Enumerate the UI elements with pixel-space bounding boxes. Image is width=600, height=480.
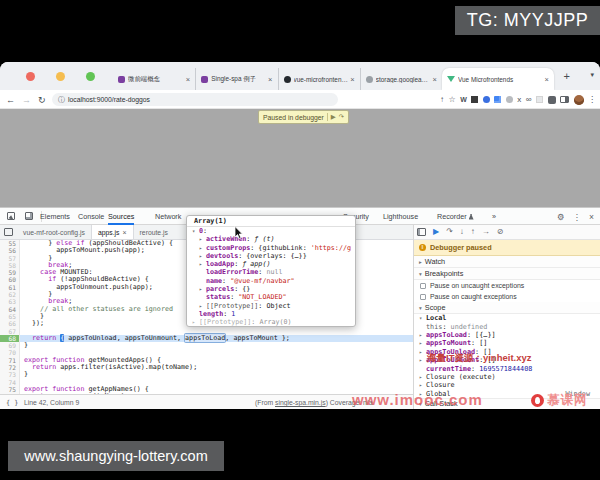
scope-entry[interactable]: ▸appsToLoad: [{…}] — [414, 331, 600, 339]
step-over-icon[interactable]: ↷ — [446, 228, 453, 236]
disclosure-triangle-icon[interactable]: ▾ — [192, 227, 199, 235]
breakpoint-option[interactable]: Pause on uncaught exceptions — [414, 280, 600, 291]
step-out-icon[interactable]: ↑ — [471, 228, 475, 236]
address-bar[interactable]: ⓘ localhost:9000/rate-doggos — [52, 93, 338, 106]
disclosure-triangle-icon[interactable]: ▸ — [199, 252, 206, 260]
line-number[interactable]: 55 — [0, 240, 20, 247]
browser-tab[interactable]: Single-spa 例子× — [195, 68, 277, 90]
scope-closure-row[interactable]: ▸Closure — [414, 381, 600, 389]
code-line[interactable]: 73} — [0, 371, 413, 378]
extension-w-icon[interactable]: W — [460, 96, 467, 103]
line-number[interactable]: 63 — [0, 298, 20, 305]
popup-property-row[interactable]: ▸activeWhen: ƒ (t) — [187, 235, 355, 243]
disclosure-triangle-icon[interactable]: ▸ — [199, 235, 206, 243]
panel-tab-elements[interactable]: Elements — [40, 208, 70, 225]
back-icon[interactable]: ← — [6, 95, 15, 105]
browser-tab-active[interactable]: Vue Microfrontends× — [442, 68, 554, 90]
device-toolbar-icon[interactable] — [25, 212, 33, 220]
new-tab-button[interactable]: + — [564, 70, 570, 82]
tab-close-icon[interactable]: × — [350, 75, 354, 84]
tab-close-icon[interactable]: × — [545, 75, 549, 84]
disclosure-triangle-icon[interactable]: ▸ — [199, 260, 206, 268]
watch-section-header[interactable]: ▸ Watch — [414, 256, 600, 268]
tab-close-icon[interactable]: × — [123, 229, 127, 236]
line-number[interactable]: 56 — [0, 247, 20, 254]
step-into-icon[interactable]: ↓ — [460, 228, 464, 236]
tab-close-icon[interactable]: × — [186, 75, 190, 84]
disclosure-triangle-icon[interactable]: ▸ — [199, 285, 206, 293]
scope-closure-row[interactable]: ▸Closure (execute) — [414, 373, 600, 381]
panel-tab-lighthouse[interactable]: Lighthouse — [383, 208, 418, 225]
popup-property-row[interactable]: status: "NOT_LOADED" — [187, 293, 355, 301]
browser-tab[interactable]: vue-microfrontends - Git…× — [278, 68, 360, 90]
share-icon[interactable]: ↑ — [440, 95, 444, 104]
menu-kebab-icon[interactable]: ⋮ — [588, 95, 596, 104]
extension-translate-icon[interactable] — [494, 96, 501, 103]
popup-property-row[interactable]: ▸[[Prototype]]: Array(0) — [187, 318, 355, 326]
line-number[interactable]: 61 — [0, 284, 20, 291]
side-panel-icon[interactable] — [560, 96, 569, 103]
file-tab-reroute-js[interactable]: reroute.js — [134, 225, 174, 239]
breakpoint-option[interactable]: Pause on caught exceptions — [414, 291, 600, 302]
extension-qr-icon[interactable] — [471, 96, 478, 103]
disclosure-triangle-icon[interactable]: ▸ — [419, 349, 426, 355]
checkbox[interactable] — [420, 294, 426, 300]
extensions-puzzle-icon[interactable] — [548, 96, 556, 104]
extension-blue-dot-icon[interactable] — [483, 96, 490, 103]
popup-property-row[interactable]: ▸customProps: {githubLink: 'https://g — [187, 244, 355, 252]
step-icon[interactable]: → — [482, 228, 490, 236]
line-number[interactable]: 60 — [0, 276, 20, 283]
reload-icon[interactable]: ↻ — [38, 95, 46, 105]
code-line[interactable]: 69} — [0, 342, 413, 349]
disclosure-triangle-icon[interactable]: ▸ — [199, 244, 206, 252]
disclosure-triangle-icon[interactable]: ▸ — [419, 357, 426, 363]
site-info-icon[interactable]: ⓘ — [58, 95, 65, 105]
line-number[interactable]: 71 — [0, 357, 20, 364]
checkbox[interactable] — [420, 283, 426, 289]
format-code-button[interactable]: { } — [6, 399, 18, 407]
code-line[interactable]: 68 return { appsToUnload, appsToUnmount,… — [0, 335, 413, 342]
file-tab-vue-mf-root-config-js[interactable]: vue-mf-root-config.js — [17, 225, 91, 239]
line-number[interactable]: 70 — [0, 349, 20, 356]
settings-gear-icon[interactable]: ⚙ — [557, 212, 565, 222]
sourcemap-origin-link[interactable]: single-spa.min.js — [275, 399, 326, 406]
line-number[interactable]: 58 — [0, 262, 20, 269]
panel-tab-sources[interactable]: Sources — [108, 208, 134, 225]
close-devtools-icon[interactable]: × — [589, 212, 594, 222]
browser-tab[interactable]: storage.googleapis.com/v…× — [360, 68, 442, 90]
hovered-token[interactable]: appsToLoad — [185, 334, 225, 342]
popup-property-row[interactable]: ▸[[Prototype]]: Object — [187, 302, 355, 310]
window-zoom-button[interactable] — [86, 72, 95, 81]
more-options-kebab-icon[interactable]: ⋮ — [573, 212, 582, 222]
popup-property-row[interactable]: ▾0: — [187, 227, 355, 235]
line-number[interactable]: 73 — [0, 371, 20, 378]
collapse-sidebar-icon[interactable] — [417, 228, 426, 236]
line-number[interactable]: 75 — [0, 386, 20, 393]
line-number[interactable]: 68 — [0, 335, 20, 342]
panel-tab-recorder[interactable]: Recorder — [437, 208, 474, 225]
line-number[interactable]: 72 — [0, 364, 20, 371]
line-number[interactable]: 65 — [0, 313, 20, 320]
window-minimize-button[interactable] — [56, 72, 65, 81]
bookmark-star-icon[interactable]: ☆ — [449, 95, 456, 104]
popup-property-row[interactable]: name: "@vue-mf/navbar" — [187, 277, 355, 285]
scope-local-header[interactable]: ▾Local — [414, 314, 600, 322]
scope-entry[interactable]: ▸appsToMount: [] — [414, 339, 600, 347]
line-number[interactable]: 66 — [0, 320, 20, 327]
step-over-icon[interactable]: ↷ — [339, 113, 344, 121]
extension-x-icon[interactable]: x — [517, 95, 521, 104]
disclosure-triangle-icon[interactable]: ▸ — [419, 340, 426, 346]
disclosure-triangle-icon[interactable]: ▸ — [199, 302, 206, 310]
line-number[interactable]: 74 — [0, 379, 20, 386]
line-number[interactable]: 57 — [0, 255, 20, 262]
inspect-element-icon[interactable] — [7, 212, 15, 220]
popup-property-row[interactable]: ▸parcels: {} — [187, 285, 355, 293]
scope-entry[interactable]: currentTime: 1695571844408 — [414, 364, 600, 372]
popup-property-row[interactable]: ▸loadApp: ƒ app() — [187, 260, 355, 268]
disclosure-triangle-icon[interactable]: ▸ — [419, 332, 426, 338]
show-navigator-icon[interactable] — [4, 228, 13, 236]
popup-property-row[interactable]: ▸devtools: {overlays: {…}} — [187, 252, 355, 260]
line-number[interactable]: 59 — [0, 269, 20, 276]
forward-icon[interactable]: → — [22, 95, 31, 105]
breakpoints-section-header[interactable]: ▾ Breakpoints — [414, 268, 600, 280]
